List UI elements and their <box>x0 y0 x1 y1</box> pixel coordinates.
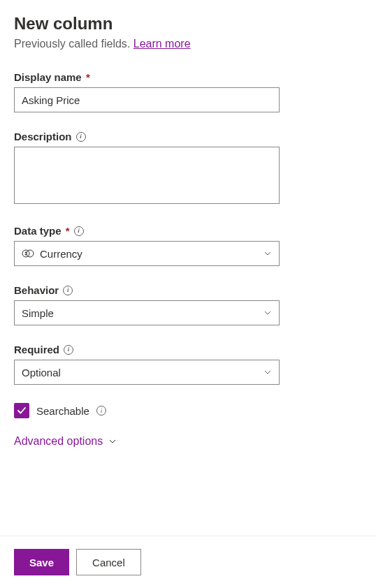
behavior-label: Behavior i <box>14 284 362 296</box>
data-type-dropdown[interactable]: Currency <box>14 241 280 266</box>
chevron-down-icon <box>263 249 272 258</box>
display-name-input[interactable] <box>14 87 280 112</box>
info-icon[interactable]: i <box>96 406 106 416</box>
panel-subtitle: Previously called fields. Learn more <box>14 38 362 50</box>
required-value: Optional <box>22 367 263 378</box>
info-icon[interactable]: i <box>74 226 84 236</box>
info-icon[interactable]: i <box>76 132 86 142</box>
searchable-label: Searchable <box>36 405 89 417</box>
searchable-checkbox[interactable] <box>14 403 29 418</box>
chevron-down-icon <box>263 368 272 376</box>
required-dropdown[interactable]: Optional <box>14 360 280 385</box>
info-icon[interactable]: i <box>64 345 73 355</box>
required-asterisk: * <box>63 225 70 237</box>
data-type-value: Currency <box>40 248 263 260</box>
footer: Save Cancel <box>0 536 376 588</box>
cancel-button[interactable]: Cancel <box>76 549 141 575</box>
subtitle-text: Previously called fields. <box>14 38 133 50</box>
description-label: Description i <box>14 131 362 142</box>
data-type-label: Data type * i <box>14 225 362 237</box>
advanced-options-label: Advanced options <box>14 435 103 448</box>
display-name-label: Display name * <box>14 71 362 83</box>
save-button[interactable]: Save <box>14 549 69 575</box>
behavior-dropdown[interactable]: Simple <box>14 300 280 325</box>
panel-title: New column <box>14 14 362 34</box>
behavior-value: Simple <box>22 307 263 319</box>
description-input[interactable] <box>14 147 280 204</box>
advanced-options-toggle[interactable]: Advanced options <box>14 435 362 448</box>
required-asterisk: * <box>83 71 90 83</box>
chevron-down-icon <box>263 309 272 317</box>
info-icon[interactable]: i <box>63 286 73 295</box>
learn-more-link[interactable]: Learn more <box>133 38 191 50</box>
chevron-down-icon <box>108 437 117 446</box>
currency-icon <box>22 247 34 260</box>
required-label: Required i <box>14 344 362 355</box>
svg-point-1 <box>27 250 34 257</box>
